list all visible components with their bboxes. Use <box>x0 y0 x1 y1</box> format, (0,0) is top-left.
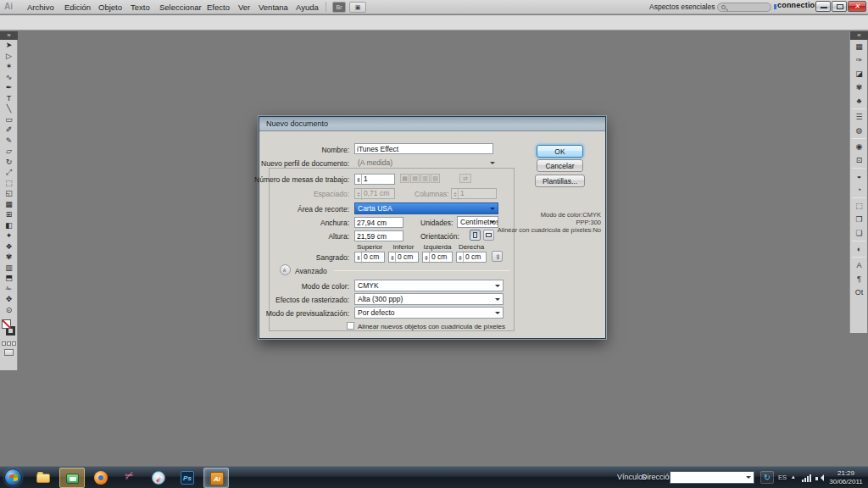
menu-ver[interactable]: Ver <box>235 2 253 13</box>
stroke-panel-icon[interactable]: ☰ <box>850 110 868 124</box>
minimize-button[interactable] <box>815 1 831 12</box>
none-button[interactable] <box>12 341 16 346</box>
rotate-tool[interactable]: ↻ <box>0 157 18 168</box>
gradient-panel-icon[interactable]: ◒ <box>850 169 868 183</box>
scale-tool[interactable]: ⤢ <box>0 167 18 178</box>
grid-by-column-button[interactable]: ▤ <box>410 174 420 183</box>
color-mode-dropdown[interactable]: CMYK <box>354 280 504 291</box>
menu-ventana[interactable]: Ventana <box>255 2 292 13</box>
selection-tool[interactable]: ➤ <box>0 40 18 51</box>
gradient-tool[interactable]: ◧ <box>0 220 18 231</box>
blend-tool[interactable]: ❖ <box>0 241 18 252</box>
brushes-panel-icon[interactable]: ✑ <box>850 53 868 67</box>
menu-efecto[interactable]: Efecto <box>203 2 233 13</box>
graph-tool[interactable]: ▥ <box>0 263 18 274</box>
menu-archivo[interactable]: Archivo <box>24 2 58 13</box>
perspective-grid-tool[interactable]: ▦ <box>0 199 18 210</box>
taskbar-network-app-button[interactable] <box>59 468 85 488</box>
pencil-tool[interactable]: ✎ <box>0 136 18 147</box>
opentype-panel-icon[interactable]: Ot <box>850 286 868 299</box>
artboards-stepper[interactable]: 1 <box>354 174 395 185</box>
orientation-landscape-button[interactable] <box>483 230 494 241</box>
stepper-arrows-icon[interactable] <box>389 252 396 263</box>
character-panel-icon[interactable]: A <box>850 258 868 272</box>
bridge-icon[interactable]: Br <box>332 2 346 13</box>
templates-button[interactable]: Plantillas... <box>535 175 585 187</box>
free-transform-tool[interactable]: ⬚ <box>0 178 18 189</box>
start-button[interactable] <box>4 469 22 486</box>
dialog-titlebar[interactable]: Nuevo documento <box>259 117 605 131</box>
graphic-styles-panel-icon[interactable]: ◪ <box>850 67 868 80</box>
address-go-button[interactable]: ↻ <box>760 471 774 484</box>
menu-seleccionar[interactable]: Seleccionar <box>156 2 205 13</box>
shape-builder-tool[interactable]: ◱ <box>0 188 18 199</box>
symbols-panel-icon[interactable]: ✾ <box>850 80 868 94</box>
taskbar-illustrator-button[interactable]: Ai <box>203 468 229 488</box>
bleed-link-button[interactable]: ∞ <box>492 251 503 262</box>
volume-tray-icon[interactable] <box>815 474 824 482</box>
lasso-tool[interactable]: ∿ <box>0 72 18 83</box>
align-panel-icon[interactable]: ⬚ <box>850 199 868 213</box>
workspace-switcher[interactable]: Aspectos esenciales <box>644 2 726 13</box>
taskbar-safari-button[interactable] <box>146 468 171 488</box>
raster-effects-dropdown[interactable]: Alta (300 ppp) <box>354 293 504 305</box>
swatches-panel-icon[interactable]: ▦ <box>850 40 868 53</box>
zoom-tool[interactable]: ⊙ <box>0 305 18 316</box>
menu-edicion[interactable]: Edición <box>61 2 94 13</box>
taskbar-firefox-button[interactable] <box>88 468 114 488</box>
fill-swatch-none[interactable] <box>2 319 11 329</box>
show-hidden-icons-button[interactable]: ▴ <box>792 474 795 480</box>
maximize-button[interactable] <box>832 1 847 12</box>
stepper-arrows-icon[interactable] <box>355 252 362 263</box>
profile-dropdown[interactable]: (A medida) <box>354 157 498 169</box>
taskbar-photoshop-button[interactable]: Ps <box>175 468 200 488</box>
network-tray-icon[interactable] <box>802 474 812 482</box>
color-guide-panel-icon[interactable]: ◍ <box>850 124 868 137</box>
arrange-documents-icon[interactable]: ▣ <box>349 2 366 13</box>
tools-panel-expand-icon[interactable]: » <box>0 31 18 40</box>
magic-wand-tool[interactable]: ✶ <box>0 61 18 72</box>
language-indicator[interactable]: ES <box>778 474 787 481</box>
cancel-button[interactable]: Cancelar <box>537 159 583 172</box>
units-dropdown[interactable]: Centímetros <box>457 216 498 228</box>
menu-objeto[interactable]: Objeto <box>95 2 125 13</box>
slice-tool[interactable]: ✁ <box>0 284 18 295</box>
change-order-button[interactable]: ⇄ <box>459 174 471 183</box>
stepper-arrows-icon[interactable] <box>457 252 464 263</box>
menu-texto[interactable]: Texto <box>127 2 153 13</box>
appearance-panel-icon[interactable]: ◉ <box>850 140 868 153</box>
paintbrush-tool[interactable]: ✐ <box>0 125 18 136</box>
taskbar-explorer-button[interactable] <box>31 468 56 488</box>
transparency-panel-icon[interactable]: ◔ <box>850 183 868 197</box>
color-button[interactable] <box>2 341 6 346</box>
align-pixel-grid-checkbox[interactable] <box>347 322 354 330</box>
stepper-arrows-icon[interactable] <box>355 175 362 186</box>
name-input[interactable] <box>354 143 493 154</box>
mesh-tool[interactable]: ⊞ <box>0 209 18 220</box>
gradient-button[interactable] <box>7 341 11 346</box>
preview-mode-dropdown[interactable]: Por defecto <box>354 307 504 319</box>
layers-panel-icon[interactable]: ⊡ <box>850 153 868 167</box>
crop-area-dropdown[interactable]: Carta USA <box>354 202 498 214</box>
dock-collapse-icon[interactable]: « <box>850 31 868 40</box>
grid-by-row-button[interactable]: ▦ <box>400 174 409 183</box>
transform-panel-icon[interactable]: ❏ <box>850 226 868 240</box>
symbol-sprayer-tool[interactable]: ✾ <box>0 252 18 263</box>
paragraph-panel-icon[interactable]: ¶ <box>850 272 868 286</box>
search-input[interactable] <box>717 3 771 12</box>
artboard-tool[interactable]: ⬒ <box>0 273 18 284</box>
menu-ayuda[interactable]: Ayuda <box>292 2 322 13</box>
close-button[interactable]: ✕ <box>848 1 866 12</box>
hand-tool[interactable]: ✥ <box>0 294 18 305</box>
bleed-left-stepper[interactable]: 0 cm <box>422 252 453 263</box>
arrange-by-row-button[interactable]: ▥ <box>420 174 430 183</box>
ok-button[interactable]: OK <box>537 145 583 158</box>
arrange-by-column-button[interactable]: ▧ <box>431 174 440 183</box>
bleed-right-stepper[interactable]: 0 cm <box>456 252 487 263</box>
line-segment-tool[interactable]: ╲ <box>0 103 18 114</box>
taskbar-clock[interactable]: 21:29 30/06/2011 <box>826 469 865 486</box>
eraser-tool[interactable]: ▱ <box>0 146 18 157</box>
width-input[interactable] <box>354 217 403 228</box>
stepper-arrows-icon[interactable] <box>423 252 430 263</box>
orientation-portrait-button[interactable] <box>470 230 481 241</box>
